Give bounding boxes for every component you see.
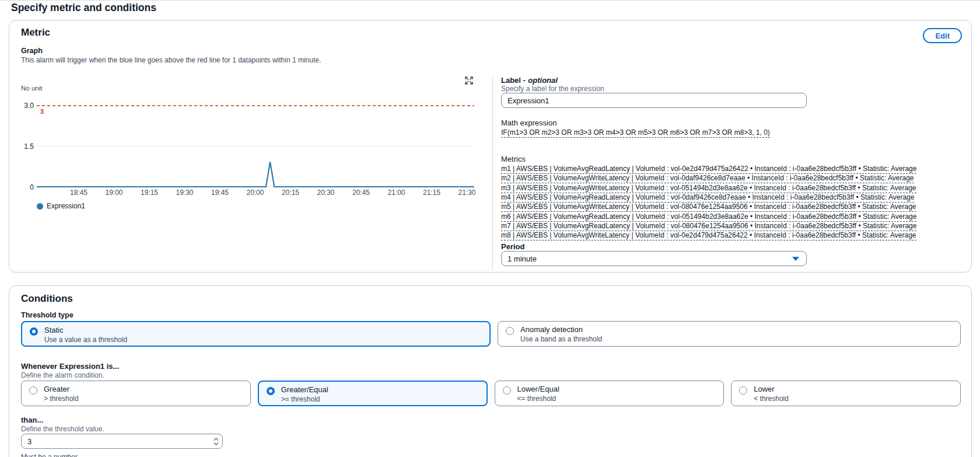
option-description: Use a band as a threshold — [520, 335, 602, 343]
operator-option-lower[interactable]: Lower < threshold — [731, 381, 961, 406]
page: Specify metric and conditions Metric Edi… — [0, 0, 980, 457]
whenever-label: Whenever Expression1 is... — [21, 362, 119, 371]
svg-text:21:00: 21:00 — [387, 189, 405, 197]
metrics-label: Metrics — [501, 155, 526, 163]
radio-unselected-icon[interactable] — [503, 386, 511, 395]
metric-row-m7: m7 | AWS/EBS | VolumeAvgReadLatency | Vo… — [501, 222, 916, 231]
option-label: Static — [44, 326, 64, 334]
option-label: Lower/Equal — [517, 385, 559, 393]
svg-text:20:00: 20:00 — [246, 189, 264, 197]
svg-text:21:15: 21:15 — [423, 189, 440, 197]
radio-unselected-icon[interactable] — [506, 327, 514, 335]
threshold-value-field — [21, 434, 223, 449]
operator-option-greater[interactable]: Greater > threshold — [21, 381, 251, 406]
chevron-down-icon — [792, 257, 799, 261]
threshold-type-label: Threshold type — [21, 311, 74, 319]
option-description: Use a value as a threshold — [44, 336, 127, 344]
conditions-card: Conditions Threshold type Static Use a v… — [9, 285, 972, 457]
option-description: <= threshold — [517, 395, 556, 403]
metric-row-m6: m6 | AWS/EBS | VolumeAvgReadLatency | Vo… — [501, 212, 916, 222]
metric-card: Metric Edit Graph This alarm will trigge… — [9, 20, 972, 273]
radio-unselected-icon[interactable] — [29, 386, 37, 395]
conditions-card-title: Conditions — [21, 293, 73, 305]
period-selected-value: 1 minute — [508, 254, 537, 263]
option-label: Greater — [44, 385, 69, 393]
metric-row-m8: m8 | AWS/EBS | VolumeAvgWriteLatency | V… — [501, 231, 916, 240]
option-description: > threshold — [44, 395, 79, 403]
svg-text:19:30: 19:30 — [176, 189, 193, 197]
metric-row-m2: m2 | AWS/EBS | VolumeAvgWriteLatency | V… — [501, 174, 916, 183]
radio-selected-icon[interactable] — [267, 387, 275, 395]
label-field-heading: Label - optional — [501, 75, 558, 85]
math-expression-value: IF(m1>3 OR m2>3 OR m3>3 OR m4>3 OR m5>3 … — [501, 128, 770, 137]
svg-text:19:45: 19:45 — [211, 189, 229, 197]
page-title: Specify metric and conditions — [11, 2, 156, 14]
option-label: Greater/Equal — [281, 385, 328, 394]
expand-chart-icon[interactable] — [464, 76, 474, 85]
period-label: Period — [501, 242, 524, 251]
option-label: Lower — [754, 385, 774, 393]
threshold-type-option-static[interactable]: Static Use a value as a threshold — [21, 321, 491, 347]
metric-card-title: Metric — [21, 27, 50, 39]
svg-text:21:30: 21:30 — [458, 189, 475, 197]
y-tick-0: 0 — [9, 183, 34, 191]
expression-label-input[interactable] — [501, 93, 807, 108]
metric-chart-plot[interactable]: 318:4519:0019:1519:3019:4520:0020:1520:3… — [37, 95, 475, 201]
threshold-type-option-anomaly-detection[interactable]: Anomaly detection Use a band as a thresh… — [498, 321, 961, 347]
than-help: Define the threshold value. — [21, 425, 104, 433]
operator-option-greater-equal[interactable]: Greater/Equal >= threshold — [258, 381, 488, 406]
label-field-help: Specify a label for the expression — [501, 85, 604, 93]
legend-item-expression1[interactable]: Expression1 — [37, 202, 85, 210]
metric-row-m3: m3 | AWS/EBS | VolumeAvgWriteLatency | V… — [501, 184, 916, 193]
validation-hint: Must be a number. — [21, 453, 79, 457]
number-stepper[interactable] — [209, 438, 222, 445]
metric-row-m1: m1 | AWS/EBS | VolumeAvgReadLatency | Vo… — [501, 165, 916, 174]
radio-selected-icon[interactable] — [30, 327, 38, 336]
than-label: than... — [21, 416, 43, 424]
option-label: Anomaly detection — [520, 325, 583, 334]
math-expression-label: Math expression — [501, 118, 556, 127]
y-tick-1-5: 1.5 — [9, 142, 34, 151]
stepper-down-icon[interactable] — [214, 442, 219, 445]
graph-label: Graph — [21, 47, 43, 55]
period-select[interactable]: 1 minute — [501, 251, 807, 266]
chart-unit-label: No unit — [21, 85, 42, 92]
svg-text:20:15: 20:15 — [282, 189, 299, 197]
metric-row-m5: m5 | AWS/EBS | VolumeAvgWriteLatency | V… — [501, 203, 916, 212]
panel-divider — [492, 76, 493, 270]
y-tick-3: 3.0 — [9, 102, 34, 110]
edit-button[interactable]: Edit — [923, 28, 962, 43]
svg-text:18:45: 18:45 — [70, 189, 88, 197]
graph-description: This alarm will trigger when the blue li… — [21, 56, 321, 64]
operator-option-lower-equal[interactable]: Lower/Equal <= threshold — [495, 381, 724, 406]
option-description: < threshold — [754, 395, 789, 403]
svg-text:3: 3 — [40, 108, 44, 115]
legend-label: Expression1 — [47, 202, 85, 210]
option-description: >= threshold — [281, 395, 320, 403]
metrics-list: m1 | AWS/EBS | VolumeAvgReadLatency | Vo… — [501, 165, 916, 241]
svg-text:19:15: 19:15 — [141, 189, 158, 197]
metric-row-m4: m4 | AWS/EBS | VolumeAvgReadLatency | Vo… — [501, 193, 916, 203]
stepper-up-icon[interactable] — [214, 438, 219, 441]
radio-unselected-icon[interactable] — [739, 386, 747, 395]
whenever-help: Define the alarm condition. — [21, 371, 104, 379]
svg-text:20:45: 20:45 — [352, 189, 370, 197]
legend-color-dot — [37, 203, 43, 210]
threshold-value-input[interactable] — [22, 437, 209, 446]
svg-text:19:00: 19:00 — [105, 189, 123, 197]
svg-text:20:30: 20:30 — [317, 189, 334, 197]
